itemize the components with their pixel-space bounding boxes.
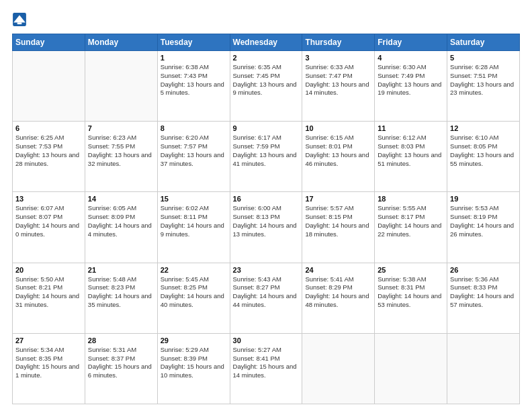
day-number: 26	[450, 266, 517, 274]
day-number: 5	[450, 54, 517, 62]
day-info: Sunrise: 6:02 AM Sunset: 8:11 PM Dayligh…	[161, 204, 227, 238]
day-info: Sunrise: 6:15 AM Sunset: 8:01 PM Dayligh…	[305, 134, 371, 168]
day-number: 7	[88, 124, 154, 132]
day-info: Sunrise: 5:27 AM Sunset: 8:41 PM Dayligh…	[233, 346, 300, 380]
day-info: Sunrise: 6:10 AM Sunset: 8:05 PM Dayligh…	[450, 134, 517, 168]
page: SundayMondayTuesdayWednesdayThursdayFrid…	[0, 0, 532, 411]
calendar-cell: 28Sunrise: 5:31 AM Sunset: 8:37 PM Dayli…	[85, 333, 157, 404]
day-info: Sunrise: 5:34 AM Sunset: 8:35 PM Dayligh…	[15, 346, 82, 380]
header	[12, 12, 520, 27]
day-info: Sunrise: 5:41 AM Sunset: 8:29 PM Dayligh…	[305, 275, 371, 310]
day-info: Sunrise: 6:20 AM Sunset: 7:57 PM Dayligh…	[161, 134, 227, 168]
calendar-cell: 23Sunrise: 5:43 AM Sunset: 8:27 PM Dayli…	[230, 263, 302, 333]
day-number: 3	[305, 54, 371, 62]
day-info: Sunrise: 5:48 AM Sunset: 8:23 PM Dayligh…	[88, 275, 154, 310]
day-info: Sunrise: 5:29 AM Sunset: 8:39 PM Dayligh…	[161, 346, 227, 380]
calendar-cell: 5Sunrise: 6:28 AM Sunset: 7:51 PM Daylig…	[447, 51, 520, 122]
calendar-cell: 29Sunrise: 5:29 AM Sunset: 8:39 PM Dayli…	[157, 333, 230, 404]
day-info: Sunrise: 6:17 AM Sunset: 7:59 PM Dayligh…	[233, 134, 300, 168]
calendar-cell: 26Sunrise: 5:36 AM Sunset: 8:33 PM Dayli…	[447, 263, 520, 333]
day-number: 20	[15, 266, 82, 274]
day-number: 19	[450, 195, 517, 203]
day-number: 8	[161, 124, 227, 132]
calendar-cell: 21Sunrise: 5:48 AM Sunset: 8:23 PM Dayli…	[85, 263, 157, 333]
day-number: 25	[378, 266, 444, 274]
day-info: Sunrise: 6:07 AM Sunset: 8:07 PM Dayligh…	[15, 204, 82, 238]
logo	[12, 12, 30, 27]
day-number: 28	[88, 336, 154, 345]
calendar-cell: 2Sunrise: 6:35 AM Sunset: 7:45 PM Daylig…	[230, 51, 302, 122]
calendar-week-row: 1Sunrise: 6:38 AM Sunset: 7:43 PM Daylig…	[13, 51, 520, 122]
calendar-week-row: 27Sunrise: 5:34 AM Sunset: 8:35 PM Dayli…	[13, 333, 520, 404]
day-info: Sunrise: 5:38 AM Sunset: 8:31 PM Dayligh…	[378, 275, 444, 310]
day-info: Sunrise: 6:00 AM Sunset: 8:13 PM Dayligh…	[233, 204, 300, 238]
day-number: 17	[305, 195, 371, 203]
day-number: 24	[305, 266, 371, 274]
calendar-week-row: 20Sunrise: 5:50 AM Sunset: 8:21 PM Dayli…	[13, 263, 520, 333]
calendar-week-row: 6Sunrise: 6:25 AM Sunset: 7:53 PM Daylig…	[13, 122, 520, 192]
calendar-header-row: SundayMondayTuesdayWednesdayThursdayFrid…	[13, 34, 520, 51]
day-number: 2	[233, 54, 300, 62]
day-header-friday: Friday	[375, 34, 447, 51]
day-number: 9	[233, 124, 300, 132]
calendar-cell: 27Sunrise: 5:34 AM Sunset: 8:35 PM Dayli…	[13, 333, 85, 404]
day-header-tuesday: Tuesday	[157, 34, 230, 51]
calendar-cell	[85, 51, 157, 122]
calendar-cell	[375, 333, 447, 404]
calendar-cell: 9Sunrise: 6:17 AM Sunset: 7:59 PM Daylig…	[230, 122, 302, 192]
day-header-wednesday: Wednesday	[230, 34, 302, 51]
calendar-cell: 1Sunrise: 6:38 AM Sunset: 7:43 PM Daylig…	[157, 51, 230, 122]
calendar-cell: 7Sunrise: 6:23 AM Sunset: 7:55 PM Daylig…	[85, 122, 157, 192]
calendar-cell: 20Sunrise: 5:50 AM Sunset: 8:21 PM Dayli…	[13, 263, 85, 333]
day-info: Sunrise: 6:35 AM Sunset: 7:45 PM Dayligh…	[233, 63, 300, 97]
day-info: Sunrise: 6:23 AM Sunset: 7:55 PM Dayligh…	[88, 134, 154, 168]
day-number: 18	[378, 195, 444, 203]
day-info: Sunrise: 5:31 AM Sunset: 8:37 PM Dayligh…	[88, 346, 154, 380]
day-number: 13	[15, 195, 82, 203]
calendar-cell: 15Sunrise: 6:02 AM Sunset: 8:11 PM Dayli…	[157, 192, 230, 263]
calendar-cell: 13Sunrise: 6:07 AM Sunset: 8:07 PM Dayli…	[13, 192, 85, 263]
calendar-cell: 25Sunrise: 5:38 AM Sunset: 8:31 PM Dayli…	[375, 263, 447, 333]
calendar-cell: 30Sunrise: 5:27 AM Sunset: 8:41 PM Dayli…	[230, 333, 302, 404]
calendar-table: SundayMondayTuesdayWednesdayThursdayFrid…	[12, 34, 520, 404]
day-info: Sunrise: 6:30 AM Sunset: 7:49 PM Dayligh…	[378, 63, 444, 97]
day-number: 14	[88, 195, 154, 203]
day-info: Sunrise: 6:05 AM Sunset: 8:09 PM Dayligh…	[88, 204, 154, 238]
day-info: Sunrise: 6:38 AM Sunset: 7:43 PM Dayligh…	[161, 63, 227, 97]
day-number: 21	[88, 266, 154, 274]
calendar-cell: 4Sunrise: 6:30 AM Sunset: 7:49 PM Daylig…	[375, 51, 447, 122]
calendar-cell: 12Sunrise: 6:10 AM Sunset: 8:05 PM Dayli…	[447, 122, 520, 192]
calendar-cell	[302, 333, 375, 404]
calendar-cell: 17Sunrise: 5:57 AM Sunset: 8:15 PM Dayli…	[302, 192, 375, 263]
day-number: 23	[233, 266, 300, 274]
calendar-cell: 22Sunrise: 5:45 AM Sunset: 8:25 PM Dayli…	[157, 263, 230, 333]
logo-icon	[12, 12, 27, 27]
calendar-cell	[13, 51, 85, 122]
day-info: Sunrise: 5:55 AM Sunset: 8:17 PM Dayligh…	[378, 204, 444, 238]
day-number: 1	[161, 54, 227, 62]
day-info: Sunrise: 5:45 AM Sunset: 8:25 PM Dayligh…	[161, 275, 227, 310]
calendar-cell: 3Sunrise: 6:33 AM Sunset: 7:47 PM Daylig…	[302, 51, 375, 122]
day-header-thursday: Thursday	[302, 34, 375, 51]
day-info: Sunrise: 6:25 AM Sunset: 7:53 PM Dayligh…	[15, 134, 82, 168]
day-number: 11	[378, 124, 444, 132]
calendar-cell	[447, 333, 520, 404]
day-number: 6	[15, 124, 82, 132]
day-info: Sunrise: 6:28 AM Sunset: 7:51 PM Dayligh…	[450, 63, 517, 97]
day-info: Sunrise: 6:33 AM Sunset: 7:47 PM Dayligh…	[305, 63, 371, 97]
calendar-cell: 14Sunrise: 6:05 AM Sunset: 8:09 PM Dayli…	[85, 192, 157, 263]
calendar-cell: 19Sunrise: 5:53 AM Sunset: 8:19 PM Dayli…	[447, 192, 520, 263]
calendar-cell: 6Sunrise: 6:25 AM Sunset: 7:53 PM Daylig…	[13, 122, 85, 192]
calendar-cell: 16Sunrise: 6:00 AM Sunset: 8:13 PM Dayli…	[230, 192, 302, 263]
day-number: 29	[161, 336, 227, 345]
day-number: 30	[233, 336, 300, 345]
day-info: Sunrise: 5:50 AM Sunset: 8:21 PM Dayligh…	[15, 275, 82, 310]
day-info: Sunrise: 6:12 AM Sunset: 8:03 PM Dayligh…	[378, 134, 444, 168]
day-info: Sunrise: 5:53 AM Sunset: 8:19 PM Dayligh…	[450, 204, 517, 238]
day-info: Sunrise: 5:36 AM Sunset: 8:33 PM Dayligh…	[450, 275, 517, 310]
calendar-cell: 10Sunrise: 6:15 AM Sunset: 8:01 PM Dayli…	[302, 122, 375, 192]
calendar-cell: 8Sunrise: 6:20 AM Sunset: 7:57 PM Daylig…	[157, 122, 230, 192]
calendar-cell: 18Sunrise: 5:55 AM Sunset: 8:17 PM Dayli…	[375, 192, 447, 263]
day-number: 15	[161, 195, 227, 203]
day-number: 4	[378, 54, 444, 62]
